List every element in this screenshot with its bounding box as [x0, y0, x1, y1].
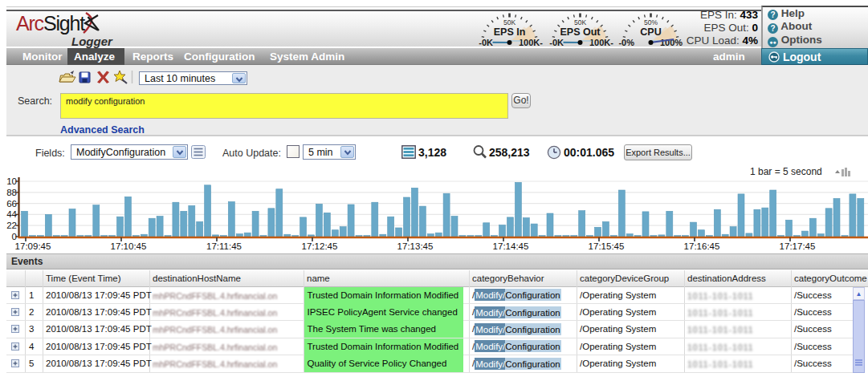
- svg-text:17:13:45: 17:13:45: [397, 241, 434, 251]
- svg-text:17:14:45: 17:14:45: [493, 241, 529, 251]
- svg-text:17:15:45: 17:15:45: [589, 241, 625, 251]
- svg-text:17:09:45: 17:09:45: [15, 241, 51, 251]
- svg-text:88: 88: [6, 188, 17, 197]
- svg-text:0: 0: [12, 232, 17, 241]
- svg-text:17:11:45: 17:11:45: [206, 241, 242, 251]
- svg-text:17:10:45: 17:10:45: [111, 241, 147, 251]
- svg-text:17:17:45: 17:17:45: [780, 241, 816, 251]
- svg-text:10: 10: [6, 176, 17, 186]
- svg-text:22: 22: [6, 221, 17, 230]
- svg-text:17:12:45: 17:12:45: [302, 241, 338, 251]
- svg-text:44: 44: [6, 209, 17, 219]
- svg-text:17:16:45: 17:16:45: [684, 241, 720, 251]
- svg-text:66: 66: [6, 199, 17, 209]
